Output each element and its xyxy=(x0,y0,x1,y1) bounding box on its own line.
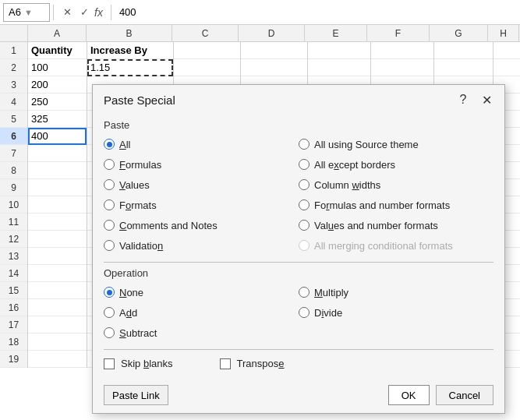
op-add[interactable]: Add xyxy=(104,304,299,321)
cell-A11[interactable] xyxy=(28,214,87,231)
paste-option-formulas-numbers[interactable]: Formulas and number formats xyxy=(299,196,493,214)
col-A-cells: Quantity 100 200 250 325 400 xyxy=(28,42,87,368)
radio-formats[interactable] xyxy=(104,199,115,210)
cell-D1[interactable] xyxy=(241,42,307,59)
radio-all-source[interactable] xyxy=(299,139,310,150)
dialog-close-button[interactable]: ✕ xyxy=(478,91,495,108)
cell-A7[interactable] xyxy=(28,145,87,162)
radio-comments[interactable] xyxy=(104,220,115,231)
radio-multiply[interactable] xyxy=(299,287,310,298)
cell-C2[interactable] xyxy=(174,59,240,76)
radio-col-widths[interactable] xyxy=(299,179,310,190)
col-header-B[interactable]: B xyxy=(87,25,172,41)
cell-A9[interactable] xyxy=(28,179,87,196)
cell-A1[interactable]: Quantity xyxy=(28,42,87,59)
cell-B2[interactable]: 1.15 xyxy=(87,59,173,76)
radio-formulas-numbers[interactable] xyxy=(299,199,310,210)
paste-option-formats[interactable]: Formats xyxy=(104,196,299,214)
formula-input[interactable] xyxy=(116,6,517,18)
paste-option-formulas[interactable]: Formulas xyxy=(104,156,299,173)
cell-G1[interactable] xyxy=(434,42,493,59)
paste-option-except-borders[interactable]: All except borders xyxy=(299,156,493,173)
cell-A4[interactable]: 250 xyxy=(28,94,87,111)
operation-options-grid: None Add Subtract Multiply xyxy=(104,284,493,341)
col-header-F[interactable]: F xyxy=(367,25,430,41)
cell-A3[interactable]: 200 xyxy=(28,76,87,94)
paste-option-validation[interactable]: Validation xyxy=(104,237,299,254)
paste-option-all-source[interactable]: All using Source theme xyxy=(299,136,493,153)
cell-F2[interactable] xyxy=(371,59,433,76)
cell-A8[interactable] xyxy=(28,162,87,179)
dialog-help-button[interactable]: ? xyxy=(455,91,472,108)
cell-A2[interactable]: 100 xyxy=(28,59,87,76)
op-divide[interactable]: Divide xyxy=(299,304,493,321)
paste-option-values[interactable]: Values xyxy=(104,176,299,193)
cell-A12[interactable] xyxy=(28,231,87,248)
transpose-row[interactable]: Transpose xyxy=(220,358,285,369)
cell-A6[interactable]: 400 xyxy=(28,128,87,145)
radio-formulas[interactable] xyxy=(104,159,115,170)
cell-A16[interactable] xyxy=(28,299,87,316)
radio-validation[interactable] xyxy=(104,240,115,251)
op-none[interactable]: None xyxy=(104,284,299,301)
op-subtract[interactable]: Subtract xyxy=(104,324,299,341)
cell-A15[interactable] xyxy=(28,282,87,299)
cancel-button[interactable]: Cancel xyxy=(436,385,493,405)
col-header-G[interactable]: G xyxy=(430,25,488,41)
cell-A13[interactable] xyxy=(28,248,87,265)
radio-none[interactable] xyxy=(104,287,115,298)
op-multiply[interactable]: Multiply xyxy=(299,284,493,301)
paste-all-source-label: All using Source theme xyxy=(314,139,419,150)
paste-options-right: All using Source theme All except border… xyxy=(299,136,493,254)
dialog-title-icons: ? ✕ xyxy=(455,91,495,108)
col-header-A[interactable]: A xyxy=(28,25,87,41)
cancel-formula-icon[interactable]: ✕ xyxy=(60,5,74,19)
radio-values[interactable] xyxy=(104,179,115,190)
paste-link-button[interactable]: Paste Link xyxy=(104,385,168,405)
col-header-H[interactable]: H xyxy=(488,25,519,41)
cell-H2[interactable] xyxy=(493,59,520,76)
row-num-15: 15 xyxy=(0,282,27,299)
cell-A17[interactable] xyxy=(28,316,87,334)
col-header-D[interactable]: D xyxy=(239,25,305,41)
radio-all[interactable] xyxy=(104,139,115,150)
radio-divide[interactable] xyxy=(299,307,310,318)
radio-add[interactable] xyxy=(104,307,115,318)
cell-H1[interactable] xyxy=(493,42,520,59)
cell-A10[interactable] xyxy=(28,196,87,214)
column-header-row: A B C D E F G H xyxy=(0,25,520,42)
radio-values-numbers[interactable] xyxy=(299,220,310,231)
paste-option-all[interactable]: All xyxy=(104,136,299,153)
radio-subtract[interactable] xyxy=(104,327,115,338)
cell-E2[interactable] xyxy=(308,59,370,76)
formula-bar-icons: ✕ ✓ fx xyxy=(60,5,108,19)
paste-option-comments[interactable]: Comments and Notes xyxy=(104,217,299,234)
cell-A14[interactable] xyxy=(28,265,87,282)
cell-C1[interactable] xyxy=(174,42,240,59)
paste-col-widths-label: Column widths xyxy=(314,179,380,191)
paste-option-col-widths[interactable]: Column widths xyxy=(299,176,493,193)
cell-A18[interactable] xyxy=(28,334,87,351)
ok-button[interactable]: OK xyxy=(388,385,430,405)
row-num-17: 17 xyxy=(0,316,27,334)
cell-A19[interactable] xyxy=(28,351,87,368)
skip-blanks-checkbox[interactable] xyxy=(104,358,115,369)
paste-option-values-numbers[interactable]: Values and number formats xyxy=(299,217,493,234)
paste-options-grid: All Formulas Values Formats xyxy=(104,136,493,254)
cell-E1[interactable] xyxy=(308,42,370,59)
row-num-10: 10 xyxy=(0,196,27,214)
skip-blanks-row[interactable]: Skip blanks xyxy=(104,358,173,369)
col-header-C[interactable]: C xyxy=(172,25,239,41)
cell-F1[interactable] xyxy=(371,42,433,59)
cell-G2[interactable] xyxy=(434,59,493,76)
cell-B1[interactable]: Increase By xyxy=(87,42,173,59)
transpose-checkbox[interactable] xyxy=(220,358,231,369)
confirm-formula-icon[interactable]: ✓ xyxy=(77,5,91,19)
cell-reference-box[interactable]: A6 ▼ xyxy=(3,3,50,22)
cell-D2[interactable] xyxy=(241,59,307,76)
paste-merging-label: All merging conditional formats xyxy=(314,240,453,252)
cell-A5[interactable]: 325 xyxy=(28,111,87,128)
footer-left: Paste Link xyxy=(104,385,168,405)
col-header-E[interactable]: E xyxy=(305,25,367,41)
radio-except-borders[interactable] xyxy=(299,159,310,170)
